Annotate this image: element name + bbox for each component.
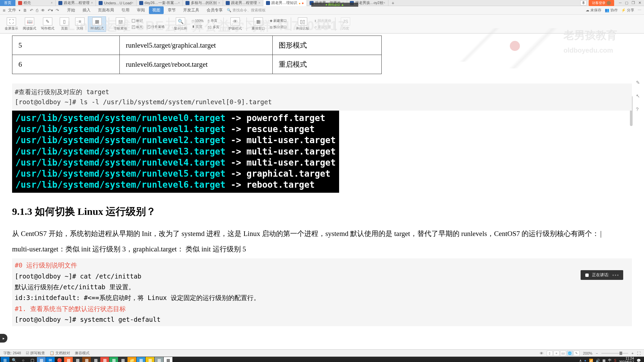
table-cell[interactable]: 重启模式 [273,55,382,74]
close-icon[interactable]: × [218,1,220,5]
tab-doc4[interactable]: 多核与…的区别× [183,0,223,6]
read-mode-button[interactable]: 📖阅读版式 [21,16,38,32]
task-view-icon[interactable]: ▢ [28,357,37,362]
table-cell[interactable]: runlevel5.target/graphical.target [120,36,273,55]
close-icon[interactable]: × [131,1,133,5]
fullscreen-icon[interactable]: ⛶ [637,351,641,355]
app-icon[interactable]: ▦ [146,357,154,362]
tab-count-badge[interactable]: 8 [580,0,587,5]
word-count[interactable]: 字数: 2648 [3,351,21,356]
tray-wifi-icon[interactable]: 📶 [589,359,593,362]
app-icon[interactable]: ▦ [37,357,46,362]
print-icon[interactable]: ⎙ [36,8,38,13]
write-mode-button[interactable]: ✎写作模式 [39,16,56,32]
tab-daoke[interactable]: 稻壳× [15,0,56,6]
tab-doc3[interactable]: day26…一套-答案…× [137,0,183,6]
restore-icon[interactable]: ❐ [632,1,635,5]
close-icon[interactable]: × [51,1,53,5]
login-button[interactable]: 访客登录 [589,0,614,6]
cursor-icon[interactable]: ↖ [636,93,641,99]
app-icon[interactable]: ▦ [155,357,163,362]
share-button[interactable]: ⚡ 分享 [621,8,634,13]
app-icon[interactable]: ▦ [64,357,73,362]
chrome-icon[interactable]: 🔴 [55,357,64,362]
spell-check[interactable]: ☑ 拼写检查 [26,351,45,356]
close-window-icon[interactable]: ✕ [638,1,641,5]
view-print[interactable]: ▯ [547,351,553,356]
doc-check[interactable]: 📋 文档校对 [50,351,70,356]
menu-start[interactable]: 开始 [64,6,78,14]
notification-icon[interactable]: 💬 [637,359,641,362]
view-edit[interactable]: ✎ [574,351,580,356]
app-icon[interactable]: ▦ [73,357,82,362]
app-icon[interactable]: ✉ [46,357,55,362]
menu-layout[interactable]: 页面布局 [95,6,117,14]
minimize-icon[interactable]: ─ [619,1,622,5]
redo-icon[interactable]: ↷ [56,8,59,13]
zoom-label[interactable]: 200% [583,351,592,355]
fullscreen-button[interactable]: ⛶全屏显示 [3,16,20,32]
view-outline[interactable]: ≡ [553,351,559,356]
tray-volume-icon[interactable]: 🔊 [596,359,600,362]
close-icon[interactable]: × [178,1,180,5]
undo-icon[interactable]: ↶ [30,8,33,13]
tray-ime-icon[interactable]: 中 [608,358,611,362]
zoom-out[interactable]: − [596,351,598,355]
tray-chevron[interactable]: ∧ [579,359,582,362]
undo2-icon[interactable]: ↶▾ [48,8,53,13]
section-heading[interactable]: 9.1.3 如何切换 Linux 运行级别？ [12,205,632,219]
app-icon[interactable]: ▦ [91,357,100,362]
zoom-slider[interactable] [601,353,628,354]
help-icon[interactable]: ? [636,107,641,112]
table-cell[interactable]: 图形模式 [273,36,382,55]
hamburger-icon[interactable]: ≡ [3,8,5,13]
app-icon[interactable]: ▦ [82,357,91,362]
eye-icon[interactable]: 👁 [540,351,543,355]
menu-member[interactable]: 会员专享 [203,6,226,14]
tab-doc5[interactable]: 跟老男…程管理× [223,0,263,6]
menu-review[interactable]: 审阅 [133,6,148,14]
preview-icon[interactable]: 👁 [41,8,45,13]
close-icon[interactable]: × [91,1,93,5]
menu-view[interactable]: 视图 [149,6,164,14]
view-read[interactable]: 📖 [560,351,566,356]
code-block-1[interactable]: #查看运行级别及对应的 target [root@oldboy ~]# ls -… [12,83,632,111]
add-tab-button[interactable]: + [388,0,398,6]
code-block-2[interactable]: #0 运行级别说明文件 [root@oldboy ~]# cat /etc/in… [12,258,632,326]
app-icon[interactable]: ▦ [118,357,127,362]
page-indicator[interactable]: ▸ [0,334,7,343]
document-area[interactable]: ✎ ↖ ? ▸ 正在讲话: 5 runlevel5.target/graphic… [0,34,644,349]
app-icon[interactable]: ▦ [164,357,172,362]
dropdown-icon[interactable]: ▾ [19,9,20,12]
file-menu[interactable]: 文件 [8,7,16,13]
search-icon[interactable]: 🔍 [10,357,18,362]
paragraph[interactable]: 从 CentOS7 开始，系统初始进程从早期的 Init，改为了 systemd… [12,227,632,240]
compat-mode[interactable]: 兼容模式 [75,351,90,356]
folder-icon[interactable]: 📁 [127,357,136,362]
search-input[interactable]: 🔍 查找命令、搜索模板 [227,8,266,13]
table-cell[interactable]: 6 [12,55,120,74]
tray-icon[interactable]: ▦ [602,359,605,362]
tab-home[interactable]: 首页 [0,0,15,6]
menu-dev[interactable]: 开发工具 [180,6,203,14]
tab-doc1[interactable]: 跟老男…程管理× [56,0,96,6]
start-button[interactable]: ⊞ [1,357,9,362]
pencil-icon[interactable]: ✎ [636,80,641,85]
save-icon[interactable]: 🗎 [23,8,27,13]
paragraph[interactable]: multi-user.target：类似 init 运行级别 3，graphic… [12,243,632,256]
more-icon[interactable]: ⋯ [638,8,641,12]
menu-insert[interactable]: 插入 [79,6,94,14]
menu-ref[interactable]: 引用 [118,6,133,14]
clock[interactable]: 11:24 2023/5/17 [619,357,634,362]
cortana-icon[interactable]: ○ [19,357,28,362]
app-icon[interactable]: ▦ [109,357,118,362]
table-cell[interactable]: 5 [12,36,120,55]
tab-doc2[interactable]: Unders…U Load× [96,0,137,6]
app-icon[interactable]: ▦ [100,357,109,362]
maximize-icon[interactable]: ▢ [625,1,628,5]
close-icon[interactable]: × [383,1,385,5]
tab-doc6-active[interactable]: 跟老男…理知识⬥● [263,0,307,6]
collab-button[interactable]: 👥 协作 [605,8,618,13]
app-icon[interactable]: ▦ [137,357,145,362]
table-cell[interactable]: runlevel6.target/reboot.target [120,55,273,74]
